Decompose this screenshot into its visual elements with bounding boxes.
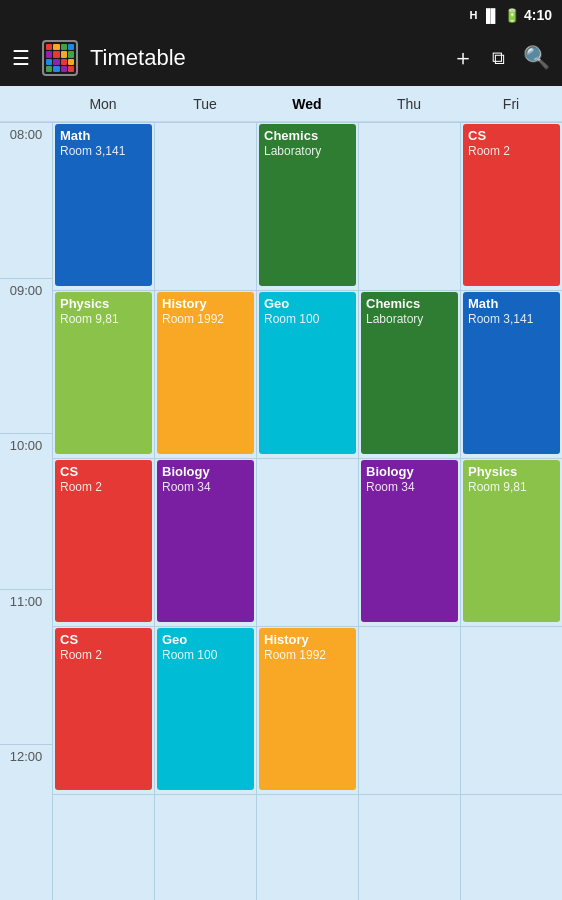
day-header-thu: Thu <box>358 86 460 121</box>
time-label-12: 12:00 <box>0 744 52 900</box>
event-subject: CS <box>468 128 555 144</box>
event-room: Room 1992 <box>264 648 351 662</box>
event-room: Room 2 <box>60 648 147 662</box>
day-header-wed: Wed <box>256 86 358 121</box>
day-col-thu: Chemics Laboratory Biology Room 34 <box>358 122 460 900</box>
event-subject: CS <box>60 632 147 648</box>
day-col-fri: CS Room 2 Math Room 3,141 Physics Room 9… <box>460 122 562 900</box>
day-col-wed: Chemics Laboratory Geo Room 100 History … <box>256 122 358 900</box>
time-label-8: 08:00 <box>0 122 52 278</box>
event-room: Room 3,141 <box>60 144 147 158</box>
event-math-mon[interactable]: Math Room 3,141 <box>55 124 152 286</box>
hour-row <box>155 122 256 290</box>
app-logo <box>42 40 78 76</box>
day-header-fri: Fri <box>460 86 562 121</box>
hour-row <box>461 794 562 900</box>
hour-row <box>257 458 358 626</box>
time-display: 4:10 <box>524 7 552 23</box>
event-subject: History <box>264 632 351 648</box>
hour-row <box>257 794 358 900</box>
event-room: Room 9,81 <box>60 312 147 326</box>
day-columns: Math Room 3,141 Physics Room 9,81 CS Roo… <box>52 122 562 900</box>
event-biology-thu[interactable]: Biology Room 34 <box>361 460 458 622</box>
time-col-header <box>0 86 52 121</box>
event-subject: Math <box>60 128 147 144</box>
hour-row <box>461 626 562 794</box>
event-physics-fri[interactable]: Physics Room 9,81 <box>463 460 560 622</box>
day-headers: Mon Tue Wed Thu Fri <box>0 86 562 122</box>
day-header-mon: Mon <box>52 86 154 121</box>
event-subject: CS <box>60 464 147 480</box>
event-cs-fri[interactable]: CS Room 2 <box>463 124 560 286</box>
day-header-tue: Tue <box>154 86 256 121</box>
event-room: Room 1992 <box>162 312 249 326</box>
event-cs-mon-11[interactable]: CS Room 2 <box>55 628 152 790</box>
app-bar: ☰ Timetable ＋ ⧉ 🔍 <box>0 30 562 86</box>
day-col-mon: Math Room 3,141 Physics Room 9,81 CS Roo… <box>52 122 154 900</box>
hour-row <box>359 626 460 794</box>
event-room: Room 2 <box>468 144 555 158</box>
event-cs-mon-10[interactable]: CS Room 2 <box>55 460 152 622</box>
hour-row <box>359 122 460 290</box>
copy-icon[interactable]: ⧉ <box>492 48 505 69</box>
battery-icon: 🔋 <box>504 8 520 23</box>
event-room: Room 3,141 <box>468 312 555 326</box>
time-label-11: 11:00 <box>0 589 52 745</box>
event-subject: Math <box>468 296 555 312</box>
event-subject: Geo <box>264 296 351 312</box>
hour-row <box>155 794 256 900</box>
event-biology-tue[interactable]: Biology Room 34 <box>157 460 254 622</box>
event-room: Laboratory <box>366 312 453 326</box>
event-room: Room 100 <box>162 648 249 662</box>
app-title: Timetable <box>90 45 440 71</box>
event-subject: History <box>162 296 249 312</box>
event-subject: Chemics <box>264 128 351 144</box>
time-label-9: 09:00 <box>0 278 52 434</box>
event-math-fri[interactable]: Math Room 3,141 <box>463 292 560 454</box>
event-subject: Physics <box>60 296 147 312</box>
add-icon[interactable]: ＋ <box>452 43 474 73</box>
event-room: Laboratory <box>264 144 351 158</box>
event-physics-mon[interactable]: Physics Room 9,81 <box>55 292 152 454</box>
event-room: Room 2 <box>60 480 147 494</box>
event-history-wed[interactable]: History Room 1992 <box>259 628 356 790</box>
event-history-tue[interactable]: History Room 1992 <box>157 292 254 454</box>
event-room: Room 9,81 <box>468 480 555 494</box>
signal-h-icon: H <box>470 9 478 21</box>
event-geo-tue[interactable]: Geo Room 100 <box>157 628 254 790</box>
event-subject: Geo <box>162 632 249 648</box>
grid-body: 08:00 09:00 10:00 11:00 12:00 Math Room … <box>0 122 562 900</box>
event-chemistry-thu[interactable]: Chemics Laboratory <box>361 292 458 454</box>
event-subject: Biology <box>162 464 249 480</box>
time-labels: 08:00 09:00 10:00 11:00 12:00 <box>0 122 52 900</box>
hamburger-icon[interactable]: ☰ <box>12 46 30 70</box>
day-col-tue: History Room 1992 Biology Room 34 Geo Ro… <box>154 122 256 900</box>
event-room: Room 34 <box>366 480 453 494</box>
event-room: Room 100 <box>264 312 351 326</box>
hour-row <box>53 794 154 900</box>
signal-bars-icon: ▐▌ <box>482 8 500 23</box>
event-chemistry-wed-8[interactable]: Chemics Laboratory <box>259 124 356 286</box>
time-label-10: 10:00 <box>0 433 52 589</box>
hour-row <box>359 794 460 900</box>
status-bar: H ▐▌ 🔋 4:10 <box>0 0 562 30</box>
status-icons: H ▐▌ 🔋 4:10 <box>470 7 552 23</box>
event-geo-wed[interactable]: Geo Room 100 <box>259 292 356 454</box>
search-icon[interactable]: 🔍 <box>523 45 550 71</box>
event-room: Room 34 <box>162 480 249 494</box>
timetable: Mon Tue Wed Thu Fri 08:00 09:00 10:00 11… <box>0 86 562 900</box>
app-bar-actions: ＋ ⧉ 🔍 <box>452 43 550 73</box>
event-subject: Chemics <box>366 296 453 312</box>
event-subject: Physics <box>468 464 555 480</box>
event-subject: Biology <box>366 464 453 480</box>
